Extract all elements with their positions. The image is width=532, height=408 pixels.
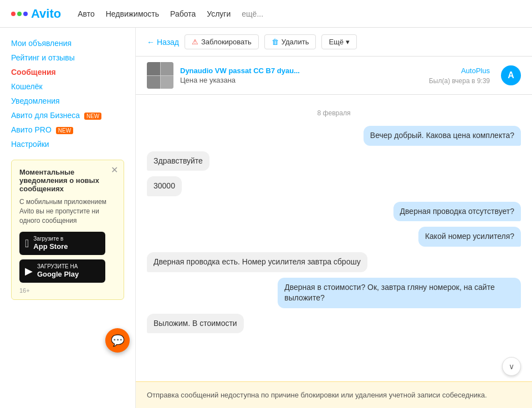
sidebar-item-business[interactable]: Авито для Бизнеса bbox=[11, 111, 80, 120]
ad-user-info: AutoPlus Был(а) вчера в 9:39 bbox=[429, 67, 490, 85]
layout: Мои объявления Рейтинг и отзывы Сообщени… bbox=[0, 28, 532, 408]
message-row: Какой номер усилителя? bbox=[147, 227, 521, 247]
message-row: Дверная проводка есть. Номер усилителя з… bbox=[147, 252, 521, 272]
google-play-icon: ▶ bbox=[25, 265, 33, 277]
bubble-received: Выложим. В стоимости bbox=[147, 314, 244, 334]
dot-red bbox=[11, 12, 16, 16]
scroll-down-button[interactable]: ∨ bbox=[502, 357, 521, 376]
delete-button[interactable]: 🗑 Удалить bbox=[264, 34, 316, 49]
sidebar-item-messages[interactable]: Сообщения bbox=[11, 68, 56, 76]
google-play-line1: ЗАГРУЗИТЕ НА bbox=[37, 263, 79, 270]
nav-rabota[interactable]: Работа bbox=[170, 9, 196, 18]
bubble-sent: Вечер добрый. Какова цена комплекта? bbox=[364, 126, 521, 146]
chat-area[interactable]: 8 февраля Вечер добрый. Какова цена комп… bbox=[136, 95, 532, 381]
ad-header: Dynaudio VW passat CC B7 dyau... Цена не… bbox=[136, 57, 532, 95]
sidebar-item-notifications[interactable]: Уведомления bbox=[11, 96, 60, 105]
block-button[interactable]: ⚠ Заблокировать bbox=[185, 34, 259, 49]
apple-icon:  bbox=[25, 237, 29, 250]
google-play-button[interactable]: ▶ ЗАГРУЗИТЕ НА Google Play bbox=[19, 259, 105, 283]
message-row: Выложим. В стоимости bbox=[147, 314, 521, 334]
chat-icon: 💬 bbox=[111, 334, 125, 347]
float-chat-button[interactable]: 💬 bbox=[105, 328, 130, 353]
bubble-received: Дверная проводка есть. Номер усилителя з… bbox=[147, 252, 367, 272]
message-row: Здравствуйте bbox=[147, 151, 521, 171]
nav-auto[interactable]: Авто bbox=[78, 9, 95, 18]
ad-price: Цена не указана bbox=[180, 76, 422, 84]
nav-nedvizhimost[interactable]: Недвижимость bbox=[106, 9, 159, 18]
notif-text: С мобильным приложением Avito вы не проп… bbox=[19, 197, 116, 225]
sidebar-menu: Мои объявления Рейтинг и отзывы Сообщени… bbox=[11, 39, 124, 149]
badge-new-pro: NEW bbox=[56, 127, 73, 134]
bubble-received: Здравствуйте bbox=[147, 151, 209, 171]
trash-icon: 🗑 bbox=[272, 38, 279, 46]
date-divider: 8 февраля bbox=[147, 109, 521, 117]
sidebar-item-my-ads[interactable]: Мои объявления bbox=[11, 39, 71, 48]
nav-more[interactable]: ещё... bbox=[242, 9, 263, 18]
main-nav: Авто Недвижимость Работа Услуги ещё... bbox=[78, 9, 263, 18]
logo[interactable]: Avito bbox=[11, 7, 61, 21]
ad-thumbnail bbox=[147, 62, 173, 89]
sidebar-item-wallet[interactable]: Кошелёк bbox=[11, 82, 43, 91]
logo-text: Avito bbox=[31, 7, 61, 21]
delete-label: Удалить bbox=[282, 38, 309, 46]
logo-dots bbox=[11, 12, 28, 16]
block-icon: ⚠ bbox=[192, 38, 198, 46]
sidebar-item-settings[interactable]: Настройки bbox=[11, 140, 49, 149]
message-row: Дверная в стоимости? Ок, завтра гляну но… bbox=[147, 278, 521, 308]
blocked-notice: Отправка сообщений недоступна по причине… bbox=[136, 381, 532, 409]
bubble-received: 30000 bbox=[147, 176, 182, 196]
ad-info: Dynaudio VW passat CC B7 dyau... Цена не… bbox=[180, 67, 422, 84]
more-button[interactable]: Ещё ▾ bbox=[321, 34, 356, 49]
app-store-button[interactable]:  Загрузите в App Store bbox=[19, 232, 105, 255]
bubble-sent: Дверная проводка отсутствует? bbox=[393, 202, 521, 222]
google-play-name: Google Play bbox=[37, 270, 79, 279]
nav-uslugi[interactable]: Услуги bbox=[207, 9, 231, 18]
badge-new-business: NEW bbox=[84, 113, 101, 120]
sidebar-item-ratings[interactable]: Рейтинг и отзывы bbox=[11, 53, 75, 62]
block-label: Заблокировать bbox=[201, 38, 252, 46]
notif-close-btn[interactable]: ✕ bbox=[111, 165, 118, 175]
dot-green bbox=[17, 12, 22, 16]
main-content: ← Назад ⚠ Заблокировать 🗑 Удалить Ещё ▾ bbox=[136, 28, 532, 408]
age-label: 16+ bbox=[19, 287, 116, 294]
ad-time: Был(а) вчера в 9:39 bbox=[429, 77, 490, 85]
ad-username[interactable]: AutoPlus bbox=[461, 67, 490, 75]
dot-blue bbox=[23, 12, 28, 16]
sidebar-item-pro[interactable]: Авито PRO bbox=[11, 125, 52, 134]
app-store-line1: Загрузите в bbox=[33, 235, 68, 242]
notif-title: Моментальные уведомления о новых сообщен… bbox=[19, 168, 116, 193]
back-button[interactable]: ← Назад bbox=[147, 38, 179, 47]
notification-block: ✕ Моментальные уведомления о новых сообщ… bbox=[11, 160, 124, 300]
ad-title[interactable]: Dynaudio VW passat CC B7 dyau... bbox=[180, 67, 422, 75]
message-row: Дверная проводка отсутствует? bbox=[147, 202, 521, 222]
toolbar: ← Назад ⚠ Заблокировать 🗑 Удалить Ещё ▾ bbox=[136, 28, 532, 57]
header: Avito Авто Недвижимость Работа Услуги ещ… bbox=[0, 0, 532, 28]
google-play-text: ЗАГРУЗИТЕ НА Google Play bbox=[37, 263, 79, 279]
app-store-text: Загрузите в App Store bbox=[33, 235, 68, 252]
message-row: Вечер добрый. Какова цена комплекта? bbox=[147, 126, 521, 146]
avatar: A bbox=[501, 65, 521, 85]
chevron-down-icon: ∨ bbox=[509, 362, 514, 371]
bubble-sent: Дверная в стоимости? Ок, завтра гляну но… bbox=[278, 278, 521, 308]
bubble-sent: Какой номер усилителя? bbox=[418, 227, 521, 247]
app-store-name: App Store bbox=[33, 242, 68, 252]
message-row: 30000 bbox=[147, 176, 521, 196]
sidebar: Мои объявления Рейтинг и отзывы Сообщени… bbox=[0, 28, 136, 408]
